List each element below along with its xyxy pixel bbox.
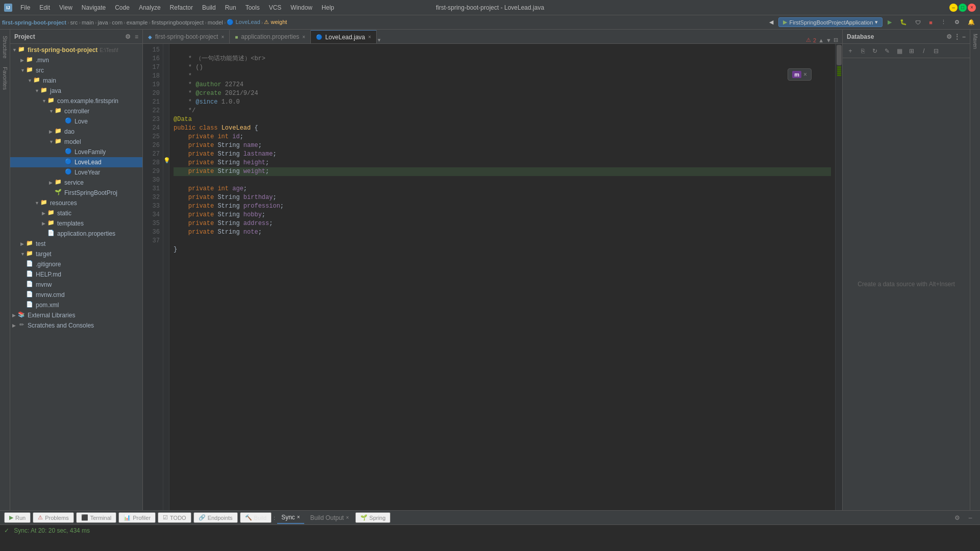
tree-lovelead[interactable]: ▶ 🔵 LoveLead	[10, 157, 142, 167]
debug-button[interactable]: 🐛	[897, 17, 910, 28]
menu-refactor[interactable]: Refactor	[166, 2, 197, 13]
db-filter-button[interactable]: ⊟	[930, 45, 942, 57]
more-button[interactable]: ⋮	[938, 17, 949, 28]
menu-tools[interactable]: Tools	[241, 2, 264, 13]
problems-button[interactable]: ⚠ Problems	[33, 512, 74, 523]
tree-src[interactable]: ▼ 📁 src	[10, 65, 142, 76]
sync-close[interactable]: ×	[297, 514, 300, 520]
tab-project-close[interactable]: ×	[221, 34, 224, 40]
tab-appprops-close[interactable]: ×	[302, 34, 305, 40]
favorites-tab[interactable]: Favorites	[1, 65, 9, 92]
editor-scrollbar[interactable]	[835, 44, 842, 510]
tree-mvn[interactable]: ▶ 📁 .mvn	[10, 55, 142, 65]
tabs-overflow[interactable]: ▾	[378, 37, 381, 43]
notifications-button[interactable]: 🔔	[965, 17, 978, 28]
coverage-button[interactable]: 🛡	[912, 17, 924, 28]
tree-application[interactable]: ▶ 🌱 FirstSpringBootProj	[10, 188, 142, 198]
sync-tab[interactable]: Sync ×	[277, 512, 304, 524]
close-button[interactable]: ×	[968, 4, 976, 12]
breadcrumb-package[interactable]: firstspringbootproject	[152, 19, 204, 26]
menu-analyze[interactable]: Analyze	[135, 2, 165, 13]
build-output-close[interactable]: ×	[346, 515, 349, 520]
tree-main[interactable]: ▼ 📁 main	[10, 76, 142, 86]
bottom-settings-button[interactable]: ⚙	[951, 512, 963, 523]
database-settings-icon[interactable]: ⚙	[946, 33, 952, 40]
breadcrumb-class[interactable]: 🔵 LoveLead	[227, 19, 260, 26]
db-schema-button[interactable]: ⊞	[906, 45, 917, 57]
stop-button[interactable]: ■	[926, 17, 936, 28]
filter-icon[interactable]: ⊟	[834, 37, 838, 43]
tab-lovelead[interactable]: 🔵 LoveLead.java ×	[311, 30, 377, 43]
tree-static[interactable]: ▶ 📁 static	[10, 208, 142, 218]
breadcrumb-field[interactable]: ⚠ weight	[264, 19, 287, 26]
project-menu-icon[interactable]: ⚙	[125, 33, 131, 40]
tree-gitignore[interactable]: ▶ 📄 .gitignore	[10, 259, 142, 269]
breadcrumb-project[interactable]: first-spring-boot-project	[2, 19, 66, 26]
tree-java[interactable]: ▼ 📁 java	[10, 86, 142, 96]
db-edit-button[interactable]: ✎	[881, 45, 893, 57]
run-configuration[interactable]: ▶ FirstSpringBootProjectApplication ▾	[778, 17, 883, 27]
db-query-button[interactable]: /	[918, 45, 929, 57]
tab-project[interactable]: ◆ first-spring-boot-project ×	[143, 30, 230, 43]
tree-dao[interactable]: ▶ 📁 dao	[10, 127, 142, 137]
nav-up-icon[interactable]: ▲	[818, 37, 824, 43]
popup-close[interactable]: ×	[803, 71, 807, 78]
menu-code[interactable]: Code	[111, 2, 134, 13]
tree-lovefamily[interactable]: ▶ 🔵 LoveFamily	[10, 147, 142, 157]
menu-help[interactable]: Help	[317, 2, 338, 13]
tree-resources[interactable]: ▼ 📁 resources	[10, 198, 142, 208]
menu-build[interactable]: Build	[198, 2, 220, 13]
terminal-button[interactable]: ⬛ Terminal	[76, 512, 117, 523]
project-collapse-icon[interactable]: ≡	[135, 33, 138, 40]
tree-target[interactable]: ▼ 📁 target	[10, 249, 142, 259]
tree-service[interactable]: ▶ 📁 service	[10, 178, 142, 188]
tree-love[interactable]: ▶ 🔵 Love	[10, 116, 142, 127]
menu-vcs[interactable]: VCS	[265, 2, 286, 13]
build-bottom-button[interactable]: 🔨 Build	[240, 512, 272, 523]
settings-button[interactable]: ⚙	[951, 17, 963, 28]
tree-pomxml[interactable]: ▶ 📄 pom.xml	[10, 300, 142, 310]
maximize-button[interactable]: □	[959, 4, 967, 12]
tree-root[interactable]: ▼ 📁 first-spring-boot-project E:\Test\f	[10, 45, 142, 55]
db-refresh-button[interactable]: ↻	[869, 45, 880, 57]
database-layout-icon[interactable]: ⋮	[954, 33, 960, 40]
tree-scratches[interactable]: ▶ ✏ Scratches and Consoles	[10, 320, 142, 331]
tree-extlibs[interactable]: ▶ 📚 External Libraries	[10, 310, 142, 320]
run-button[interactable]: ▶	[885, 17, 895, 28]
db-add-button[interactable]: +	[845, 45, 856, 57]
tab-lovelead-close[interactable]: ×	[368, 34, 371, 40]
spring-button[interactable]: 🌱 Spring	[355, 512, 391, 523]
breadcrumb-com[interactable]: com	[112, 19, 122, 26]
code-content[interactable]: * （一句话功能简述）<br> * () * * @author 22724 *…	[169, 44, 835, 510]
tree-com[interactable]: ▼ 📁 com.example.firstsprin	[10, 96, 142, 106]
tree-helpmd[interactable]: ▶ 📄 HELP.md	[10, 269, 142, 280]
db-copy-button[interactable]: ⎘	[857, 45, 868, 57]
menu-file[interactable]: File	[16, 2, 34, 13]
build-output-tab[interactable]: Build Output ×	[306, 512, 353, 523]
nav-down-icon[interactable]: ▼	[826, 37, 831, 43]
breadcrumb-example[interactable]: example	[127, 19, 148, 26]
tree-templates[interactable]: ▶ 📁 templates	[10, 218, 142, 229]
inline-completion-popup[interactable]: m ×	[788, 68, 812, 81]
breadcrumb-model[interactable]: model	[208, 19, 223, 26]
tree-controller[interactable]: ▼ 📁 controller	[10, 106, 142, 116]
db-table-button[interactable]: ▦	[894, 45, 905, 57]
todo-button[interactable]: ☑ TODO	[158, 512, 191, 523]
maven-tab[interactable]: Maven	[971, 32, 979, 51]
tree-model[interactable]: ▼ 📁 model	[10, 137, 142, 147]
breadcrumb-src[interactable]: src	[70, 19, 78, 26]
menu-run[interactable]: Run	[221, 2, 240, 13]
breadcrumb-main[interactable]: main	[82, 19, 94, 26]
tree-loveyear[interactable]: ▶ 🔵 LoveYear	[10, 167, 142, 178]
scrollbar-thumb[interactable]	[837, 45, 842, 65]
minimize-button[interactable]: –	[949, 4, 958, 12]
bottom-minimize-button[interactable]: –	[965, 512, 976, 523]
tree-mvnwcmd[interactable]: ▶ 📄 mvnw.cmd	[10, 290, 142, 300]
back-button[interactable]: ◀	[766, 17, 776, 28]
tab-appprops[interactable]: ■ application.properties ×	[230, 30, 311, 43]
menu-view[interactable]: View	[55, 2, 77, 13]
menu-edit[interactable]: Edit	[35, 2, 54, 13]
tree-appprops[interactable]: ▶ 📄 application.properties	[10, 229, 142, 239]
tree-mvnw[interactable]: ▶ 📄 mvnw	[10, 280, 142, 290]
database-minimize-icon[interactable]: –	[962, 33, 966, 40]
